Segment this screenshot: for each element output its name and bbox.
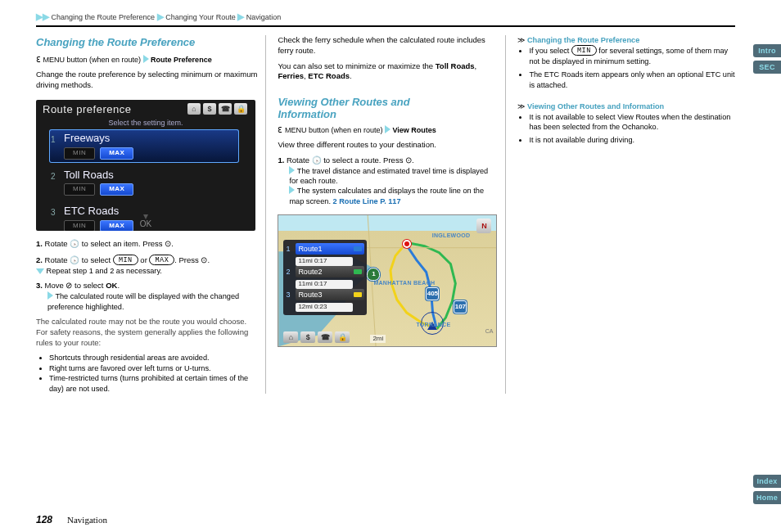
caret-icon: ▶▶	[36, 11, 49, 21]
instr2-1: 1. Rotate 🕟 to select a route. Press ⊙. …	[278, 156, 497, 207]
note-rules-list: Shortcuts through residential areas are …	[49, 353, 257, 394]
list-item: Shortcuts through residential areas are …	[49, 353, 257, 363]
top-rule	[36, 25, 735, 27]
view-routes-screenshot: INGLEWOOD MANHATTAN BEACH TORRANCE CA 40…	[278, 214, 497, 347]
menu-path: Ɛ MENU button (when en route) Route Pref…	[36, 55, 257, 65]
list-item: The ETC Roads item appears only when an …	[529, 70, 735, 90]
shot1-ok: ▾OK	[36, 214, 255, 230]
section-title: Changing the Route Preference	[36, 35, 257, 50]
phone-icon: ☎	[219, 103, 232, 115]
panel-dist: 11mi 0:17	[296, 280, 353, 289]
list-item: Time-restricted turns (turns prohibited …	[49, 373, 257, 394]
panel-dist: 11mi 0:17	[296, 257, 353, 266]
shot1-row: 2 Toll Roads MIN MAX	[49, 166, 239, 199]
phone-icon: ☎	[318, 331, 332, 343]
list-item: Right turns are favored over left turns …	[49, 363, 257, 373]
shot1-toolbar-icons: ⌂ $ ☎ 🔒	[187, 103, 247, 115]
ferry-note: Check the ferry schedule when the calcul…	[278, 35, 497, 56]
shot1-row: 1 Freeways MIN MAX	[49, 129, 239, 162]
min-toggle: MIN	[64, 183, 95, 196]
col-left: Changing the Route Preference Ɛ MENU but…	[36, 35, 265, 394]
xref-link[interactable]: 2 Route Line	[332, 197, 377, 205]
shot1-list: 1 Freeways MIN MAX 2 Toll Roads MIN MAX	[49, 129, 239, 216]
tab-home[interactable]: Home	[753, 491, 781, 504]
arrow-icon	[385, 125, 390, 133]
instr-1: 1. Rotate 🕟 to select an item. Press ⊙.	[36, 239, 257, 250]
list-item: If you select MIN for several settings, …	[529, 45, 735, 66]
routes-panel: 1 Route1 11mi 0:17 2 Route2 11mi 0:17 3 …	[283, 240, 367, 315]
min-toggle: MIN	[64, 147, 95, 160]
shot1-subtitle: Select the setting item.	[36, 118, 255, 128]
max-chip: MAX	[149, 255, 174, 265]
city-label: TORRANCE	[416, 321, 450, 328]
globe-icon: ⌂	[283, 331, 298, 343]
highway-shield-icon: 1	[367, 268, 380, 281]
min-chip: MIN	[571, 45, 597, 56]
side-tabs-bottom: Index Home	[753, 475, 781, 507]
sidenote-2: ≫ Viewing Other Routes and Information I…	[517, 101, 735, 146]
instr-3: 3. Move ⊘ to select OK. The calculated r…	[36, 281, 257, 312]
panel-row: 1 Route1	[286, 243, 364, 255]
intro-text: Change the route preference by selecting…	[36, 70, 257, 91]
xref-page[interactable]: P. 117	[380, 197, 400, 205]
tab-sec[interactable]: SEC	[753, 61, 781, 74]
page-number: 128	[36, 514, 52, 525]
list-item: It is not available to select View Route…	[529, 112, 735, 133]
min-chip: MIN	[113, 255, 138, 265]
down-arrow-icon	[36, 268, 44, 274]
view-routes-title: Viewing Other Routes andInformation	[278, 97, 497, 120]
footer-label: Navigation	[67, 515, 107, 525]
sidenote-1: ≫ Changing the Route Preference If you s…	[517, 35, 735, 90]
list-item: It is not available during driving.	[529, 135, 735, 145]
arrow-icon	[47, 291, 53, 300]
instr-2: 2. Rotate 🕟 to select MIN or MAX. Press …	[36, 255, 257, 276]
bc-seg3: Navigation	[246, 13, 282, 21]
panel-row: 2 Route2	[286, 266, 364, 277]
highway-shield-icon: 107	[454, 300, 467, 313]
north-icon: N	[476, 219, 491, 233]
money-icon: $	[300, 331, 315, 343]
city-label: CA	[485, 327, 494, 335]
note-rules: The calculated route may not be the rout…	[36, 317, 257, 348]
shot2-bottom-icons: ⌂ $ ☎ 🔒	[283, 331, 350, 343]
shot1-title: Route preference	[43, 102, 131, 117]
col-right: ≫ Changing the Route Preference If you s…	[505, 35, 735, 394]
globe-icon: ⌂	[187, 103, 201, 115]
highway-shield-icon: 405	[426, 287, 439, 300]
scale-label: 2mi	[370, 335, 386, 344]
max-toggle: MAX	[100, 147, 133, 160]
arrow-icon	[289, 186, 295, 194]
caret-icon: ▶	[237, 11, 244, 21]
breadcrumb: ▶▶ Changing the Route Preference ▶ Chang…	[36, 11, 735, 22]
lock-icon: 🔒	[335, 331, 350, 343]
intro-2: View three different routes to your dest…	[278, 140, 497, 151]
money-icon: $	[203, 103, 216, 115]
bc-seg1: Changing the Route Preference	[52, 13, 156, 21]
caret-icon: ▶	[157, 11, 164, 21]
panel-dist: 12mi 0:23	[296, 303, 353, 312]
arrow-icon	[143, 55, 149, 63]
city-label: INGLEWOOD	[432, 232, 471, 239]
city-label: MANHATTAN BEACH	[373, 279, 435, 286]
page-footer: 128 Navigation	[36, 514, 742, 525]
side-tabs-top: Intro SEC	[753, 44, 781, 77]
tab-intro[interactable]: Intro	[753, 44, 781, 57]
bc-seg2: Changing Your Route	[165, 13, 236, 21]
max-toggle: MAX	[100, 183, 133, 196]
menu-path-2: Ɛ MENU button (when en route) View Route…	[278, 125, 497, 135]
also-note: You can also set to minimize or maximize…	[278, 61, 497, 83]
tab-index[interactable]: Index	[753, 475, 781, 488]
arrow-icon	[289, 166, 295, 174]
route-preference-screenshot: Route preference ⌂ $ ☎ 🔒 Select the sett…	[36, 100, 255, 231]
lock-icon: 🔒	[234, 103, 247, 115]
panel-row: 3 Route3	[286, 289, 364, 300]
col-middle: Check the ferry schedule when the calcul…	[265, 35, 505, 394]
